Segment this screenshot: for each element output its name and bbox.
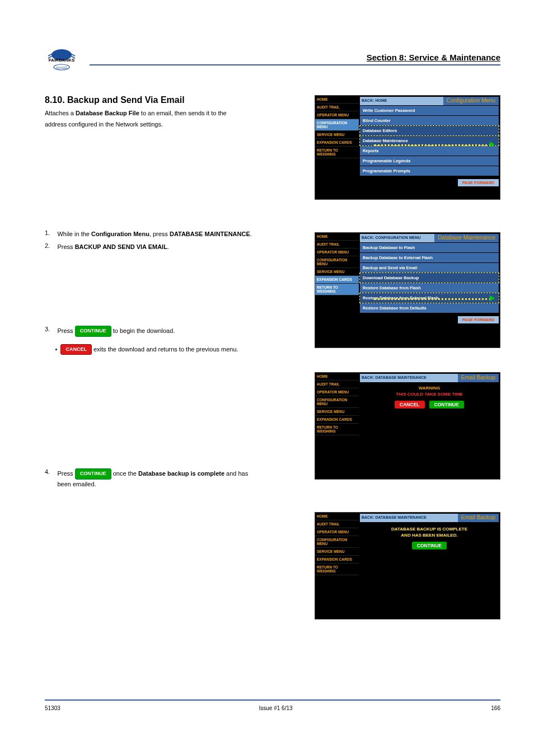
sidebar-item[interactable]: CONFIGURATION MENU bbox=[315, 256, 359, 268]
svg-text:FAIRBANKS: FAIRBANKS bbox=[49, 58, 75, 63]
menu-row[interactable]: Restore Database from Flash bbox=[360, 283, 499, 293]
back-button[interactable]: BACK: CONFIGURATION MENU bbox=[360, 234, 434, 242]
footer-rule bbox=[45, 699, 500, 701]
sidebar-item[interactable]: HOME bbox=[315, 96, 359, 104]
sidebar-item[interactable]: OPERATOR MENU bbox=[315, 528, 359, 536]
page-forward-button[interactable]: PAGE FORWARD bbox=[458, 179, 499, 186]
menu-row[interactable]: Write Customer Password bbox=[360, 106, 499, 115]
screen-title: Database Maintenance bbox=[434, 234, 499, 242]
sidebar-item[interactable]: OPERATOR MENU bbox=[315, 388, 359, 396]
section-heading: 8.10. Backup and Send Via Email bbox=[45, 95, 269, 105]
sidebar-item[interactable]: HOME bbox=[315, 513, 359, 520]
step-1: 1. While in the Configuration Menu, pres… bbox=[45, 229, 269, 241]
section-title: Section 8: Service & Maintenance bbox=[90, 53, 500, 62]
arrow-head-icon bbox=[490, 295, 495, 301]
sidebar-item[interactable]: HOME bbox=[315, 233, 359, 241]
sidebar-item[interactable]: CONFIGURATION MENU bbox=[315, 396, 359, 408]
menu-row[interactable]: Programmable Legends bbox=[360, 156, 499, 166]
sidebar-item[interactable]: CONFIGURATION MENU bbox=[315, 536, 359, 548]
step-4: 4. Press CONTINUE once the Database back… bbox=[45, 468, 269, 490]
sidebar-item[interactable]: AUDIT TRAIL bbox=[315, 520, 359, 528]
menu-row-backup-send-email[interactable]: Backup and Send via Email bbox=[360, 263, 499, 273]
menu-row[interactable]: Database Editors bbox=[360, 126, 499, 135]
back-button[interactable]: BACK: HOME bbox=[360, 97, 443, 105]
screenshot-email-backup-warning: HOME AUDIT TRAIL OPERATOR MENU CONFIGURA… bbox=[315, 372, 500, 480]
sidebar-item[interactable]: AUDIT TRAIL bbox=[315, 104, 359, 111]
header-rule bbox=[90, 64, 500, 65]
sidebar-item[interactable]: EXPANSION CARDS bbox=[315, 139, 359, 147]
intro-text-2: address configured in the Network settin… bbox=[45, 120, 269, 129]
back-button[interactable]: BACK: DATABASE MAINTENANCE bbox=[360, 514, 458, 522]
sidebar-item[interactable]: EXPANSION CARDS bbox=[315, 276, 359, 284]
sidebar-item[interactable]: EXPANSION CARDS bbox=[315, 556, 359, 564]
sidebar-item[interactable]: SERVICE MENU bbox=[315, 408, 359, 416]
menu-row[interactable]: Programmable Prompts bbox=[360, 166, 499, 176]
cancel-button-inline: CANCEL bbox=[60, 344, 92, 355]
sidebar-item[interactable]: RETURN TO WEIGHING bbox=[315, 284, 359, 295]
sidebar-item[interactable]: SERVICE MENU bbox=[315, 131, 359, 139]
menu-row[interactable]: Blind Counter bbox=[360, 116, 499, 125]
footer-right: 166 bbox=[491, 705, 500, 711]
screen-title: Email Backup bbox=[458, 514, 499, 522]
arrow-dots bbox=[374, 144, 491, 148]
fairbanks-logo: FAIRBANKS SCALES bbox=[45, 45, 78, 73]
warning-label: WARNING bbox=[360, 386, 499, 391]
sidebar-item[interactable]: SERVICE MENU bbox=[315, 268, 359, 276]
warning-sub: THIS COULD TAKE SOME TIME bbox=[360, 392, 499, 397]
sidebar-item[interactable]: RETURN TO WEIGHING bbox=[315, 147, 359, 158]
footer-center: Issue #1 6/13 bbox=[60, 705, 491, 711]
sidebar-item[interactable]: AUDIT TRAIL bbox=[315, 241, 359, 248]
arrow-dots bbox=[374, 298, 491, 302]
step-2: 2. Press BACKUP AND SEND VIA EMAIL. bbox=[45, 242, 269, 253]
continue-button[interactable]: CONTINUE bbox=[429, 400, 465, 409]
sidebar-item[interactable]: RETURN TO WEIGHING bbox=[315, 424, 359, 435]
screen-title: Email Backup bbox=[458, 374, 499, 382]
sidebar-item[interactable]: CONFIGURATION MENU bbox=[315, 119, 359, 131]
menu-row[interactable]: Restore Database from Defaults bbox=[360, 303, 499, 313]
back-button[interactable]: BACK: DATABASE MAINTENANCE bbox=[360, 374, 458, 382]
menu-row[interactable]: Backup Database to External Flash bbox=[360, 253, 499, 262]
arrow-head-icon bbox=[490, 142, 495, 147]
sidebar-item[interactable]: EXPANSION CARDS bbox=[315, 416, 359, 424]
sidebar-item[interactable]: OPERATOR MENU bbox=[315, 248, 359, 256]
svg-text:SCALES: SCALES bbox=[56, 66, 67, 69]
sidebar-item[interactable]: SERVICE MENU bbox=[315, 548, 359, 556]
complete-line1: DATABASE BACKUP IS COMPLETE bbox=[360, 527, 499, 532]
continue-button[interactable]: CONTINUE bbox=[411, 541, 447, 550]
sidebar-item[interactable]: RETURN TO WEIGHING bbox=[315, 564, 359, 575]
sidebar-item[interactable]: AUDIT TRAIL bbox=[315, 381, 359, 388]
menu-row[interactable]: Download Database Backup bbox=[360, 273, 499, 283]
continue-button-inline: CONTINUE bbox=[75, 326, 111, 337]
intro-text: Attaches a Database Backup File to an em… bbox=[45, 109, 269, 118]
screen-title: Configuration Menu bbox=[443, 97, 499, 105]
step-3a: 3. Press CONTINUE to begin the download. bbox=[45, 326, 269, 339]
step-3b: • CANCEL exits the download and returns … bbox=[45, 344, 269, 357]
page-forward-button[interactable]: PAGE FORWARD bbox=[458, 316, 499, 323]
footer-left: 51303 bbox=[45, 705, 60, 711]
screenshot-email-backup-complete: HOME AUDIT TRAIL OPERATOR MENU CONFIGURA… bbox=[315, 512, 500, 619]
menu-row[interactable]: Backup Database to Flash bbox=[360, 243, 499, 252]
continue-button-inline-2: CONTINUE bbox=[75, 468, 111, 480]
cancel-button[interactable]: CANCEL bbox=[394, 400, 425, 409]
screenshot-db-maintenance: HOME AUDIT TRAIL OPERATOR MENU CONFIGURA… bbox=[315, 232, 500, 348]
complete-line2: AND HAS BEEN EMAILED. bbox=[360, 533, 499, 538]
sidebar-item[interactable]: OPERATOR MENU bbox=[315, 111, 359, 119]
sidebar-item[interactable]: HOME bbox=[315, 373, 359, 381]
